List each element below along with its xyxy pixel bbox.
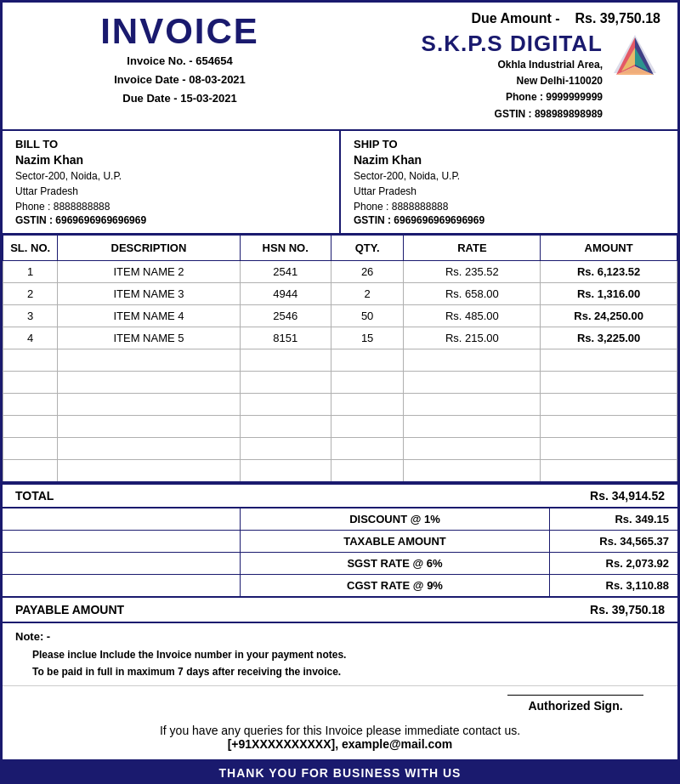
col-header-sl: SL. NO. [3, 235, 58, 260]
col-header-rate: RATE [404, 235, 541, 260]
row-rate: Rs. 658.00 [404, 282, 541, 304]
company-info: Okhla Industrial Area, New Delhi-110020 … [422, 57, 603, 122]
sgst-value: Rs. 2,073.92 [550, 553, 677, 574]
due-date-label: Due Date - [122, 92, 177, 105]
discount-row: DISCOUNT @ 1% Rs. 349.15 [3, 508, 677, 531]
company-address2: New Delhi-110020 [422, 73, 603, 89]
taxable-label: TAXABLE AMOUNT [241, 531, 550, 552]
thank-you-text: THANK YOU FOR BUSINESS WITH US [219, 766, 462, 780]
total-row: TOTAL Rs. 34,914.52 [3, 483, 677, 508]
signature-box: Authorized Sign. [507, 695, 643, 713]
invoice-container: INVOICE Invoice No. - 654654 Invoice Dat… [0, 0, 680, 784]
bill-to-address2: Uttar Pradesh [15, 184, 326, 199]
summary-section: DISCOUNT @ 1% Rs. 349.15 TAXABLE AMOUNT … [3, 508, 677, 598]
total-value: Rs. 34,914.52 [590, 489, 665, 503]
row-rate: Rs. 215.00 [404, 327, 541, 349]
row-description: ITEM NAME 2 [58, 260, 240, 282]
company-name: S.K.P.S DIGITAL [422, 31, 603, 57]
query-section: If you have any queries for this Invoice… [3, 717, 677, 755]
row-sl: 4 [3, 327, 58, 349]
invoice-date-line: Invoice Date - 08-03-2021 [20, 71, 340, 89]
col-header-qty: QTY. [331, 235, 404, 260]
sgst-label: SGST RATE @ 6% [241, 553, 550, 574]
row-sl: 3 [3, 304, 58, 327]
payable-row: PAYABLE AMOUNT Rs. 39,750.18 [3, 598, 677, 623]
invoice-date-label: Invoice Date - [114, 73, 186, 86]
notes-section: Note: - Please inclue Include the Invoic… [3, 623, 677, 686]
thank-you-bar: THANK YOU FOR BUSINESS WITH US [3, 759, 677, 784]
due-date-line: Due Date - 15-03-2021 [20, 89, 340, 108]
summary-spacer-4 [3, 575, 241, 596]
table-row: 3 ITEM NAME 4 2546 50 Rs. 485.00 Rs. 24,… [3, 304, 677, 327]
ship-to-name: Nazim Khan [354, 153, 665, 167]
empty-table-row [3, 393, 677, 415]
summary-spacer-1 [3, 508, 241, 530]
row-hsn: 2541 [240, 260, 331, 282]
invoice-info: Invoice No. - 654654 Invoice Date - 08-0… [20, 52, 340, 108]
empty-table-row [3, 415, 677, 437]
bill-to-phone: Phone : 8888888888 [15, 199, 326, 214]
row-rate: Rs. 235.52 [404, 260, 541, 282]
due-amount-label: Due Amount - [471, 11, 559, 26]
empty-table-row [3, 459, 677, 482]
row-amount: Rs. 3,225.00 [541, 327, 677, 349]
table-row: 2 ITEM NAME 3 4944 2 Rs. 658.00 Rs. 1,31… [3, 282, 677, 304]
row-qty: 15 [331, 327, 404, 349]
discount-value: Rs. 349.15 [550, 508, 677, 530]
items-table: SL. NO. DESCRIPTION HSN NO. QTY. RATE AM… [3, 235, 677, 483]
total-label: TOTAL [15, 489, 54, 503]
row-amount: Rs. 24,250.00 [541, 304, 677, 327]
col-header-amount: AMOUNT [541, 235, 677, 260]
row-qty: 2 [331, 282, 404, 304]
bill-to-name: Nazim Khan [15, 153, 326, 167]
table-row: 4 ITEM NAME 5 8151 15 Rs. 215.00 Rs. 3,2… [3, 327, 677, 349]
row-hsn: 2546 [240, 304, 331, 327]
query-contact: [+91XXXXXXXXXX], example@mail.com [15, 737, 665, 751]
sgst-row: SGST RATE @ 6% Rs. 2,073.92 [3, 553, 677, 575]
query-text: If you have any queries for this Invoice… [15, 724, 665, 737]
summary-spacer-2 [3, 531, 241, 552]
payable-value: Rs. 39,750.18 [590, 603, 665, 616]
ship-to-column: SHIP TO Nazim Khan Sector-200, Noida, U.… [341, 131, 677, 233]
bill-to-address1: Sector-200, Noida, U.P. [15, 168, 326, 184]
company-section: S.K.P.S DIGITAL Okhla Industrial Area, N… [340, 31, 660, 122]
due-amount-value: Rs. 39,750.18 [575, 11, 660, 26]
cgst-row: CGST RATE @ 9% Rs. 3,110.88 [3, 575, 677, 596]
signature-line [507, 695, 643, 696]
signature-section: Authorized Sign. [3, 686, 677, 717]
row-description: ITEM NAME 4 [58, 304, 240, 327]
header-right: Due Amount - Rs. 39,750.18 S.K.P.S DIGIT… [340, 11, 660, 122]
row-amount: Rs. 1,316.00 [541, 282, 677, 304]
cgst-label: CGST RATE @ 9% [241, 575, 550, 596]
invoice-header: INVOICE Invoice No. - 654654 Invoice Dat… [3, 3, 677, 131]
bill-ship-section: BILL TO Nazim Khan Sector-200, Noida, U.… [3, 131, 677, 235]
signature-label: Authorized Sign. [507, 699, 643, 713]
due-amount-line: Due Amount - Rs. 39,750.18 [340, 11, 660, 26]
empty-table-row [3, 437, 677, 459]
header-left: INVOICE Invoice No. - 654654 Invoice Dat… [20, 11, 340, 108]
bill-to-gstin: GSTIN : 6969696969696969 [15, 214, 326, 226]
taxable-row: TAXABLE AMOUNT Rs. 34,565.37 [3, 531, 677, 553]
row-description: ITEM NAME 5 [58, 327, 240, 349]
table-row: 1 ITEM NAME 2 2541 26 Rs. 235.52 Rs. 6,1… [3, 260, 677, 282]
invoice-date-value: 08-03-2021 [189, 73, 246, 86]
empty-table-row [3, 349, 677, 371]
payable-label: PAYABLE AMOUNT [15, 603, 124, 616]
company-address1: Okhla Industrial Area, [422, 57, 603, 73]
ship-to-label: SHIP TO [354, 138, 665, 151]
ship-to-address1: Sector-200, Noida, U.P. [354, 168, 665, 184]
summary-spacer-3 [3, 553, 241, 574]
due-date-value: 15-03-2021 [180, 92, 237, 105]
cgst-value: Rs. 3,110.88 [550, 575, 677, 596]
row-qty: 26 [331, 260, 404, 282]
invoice-no-label: Invoice No. - [127, 54, 192, 67]
invoice-title: INVOICE [20, 11, 340, 52]
note-label: Note: - [15, 630, 665, 643]
invoice-no-line: Invoice No. - 654654 [20, 52, 340, 71]
col-header-hsn: HSN NO. [240, 235, 331, 260]
ship-to-gstin: GSTIN : 6969696969696969 [354, 214, 665, 226]
invoice-no-value: 654654 [196, 54, 232, 67]
company-logo [609, 31, 660, 82]
ship-to-phone: Phone : 8888888888 [354, 199, 665, 214]
note-line2: To be paid in full in maximum 7 days aft… [15, 663, 665, 680]
